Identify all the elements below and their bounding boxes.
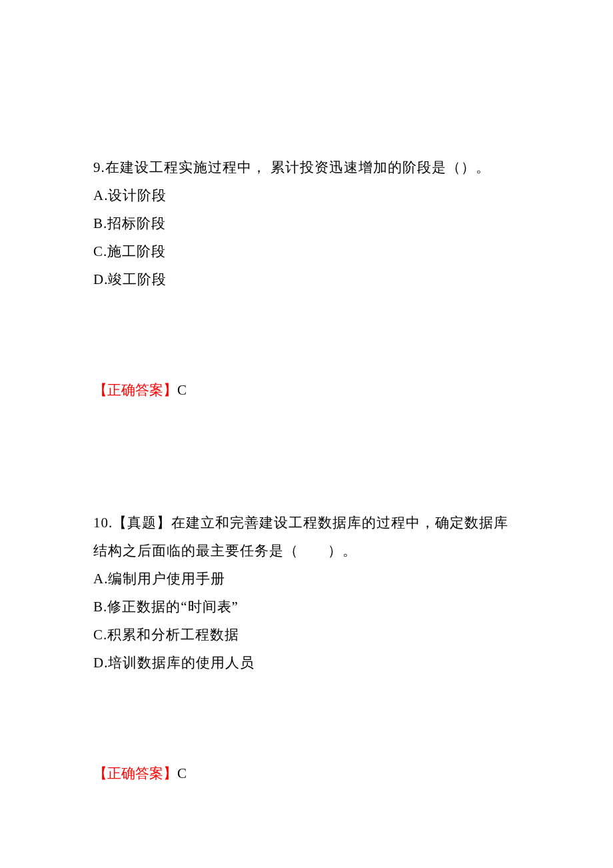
option-a: A.编制用户使用手册 — [93, 565, 520, 593]
answer-line: 【正确答案】C — [93, 376, 520, 404]
option-b: B.修正数据的“时间表” — [93, 593, 520, 621]
option-b: B.招标阶段 — [93, 209, 520, 237]
answer-label: 【正确答案】 — [93, 382, 177, 398]
question-number: 10. — [93, 515, 113, 531]
option-c: C.施工阶段 — [93, 237, 520, 265]
answer-value: C — [177, 382, 187, 398]
option-a: A.设计阶段 — [93, 181, 520, 209]
spacer — [93, 432, 520, 509]
option-d: D.培训数据库的使用人员 — [93, 649, 520, 677]
question-stem: 10.【真题】在建立和完善建设工程数据库的过程中，确定数据库结构之后面临的最主要… — [93, 509, 520, 565]
question-text: 【真题】在建立和完善建设工程数据库的过程中，确定数据库结构之后面临的最主要任务是… — [93, 515, 508, 559]
question-block-10: 10.【真题】在建立和完善建设工程数据库的过程中，确定数据库结构之后面临的最主要… — [93, 509, 520, 787]
spacer — [93, 293, 520, 371]
question-text: 在建设工程实施过程中， 累计投资迅速增加的阶段是（）。 — [105, 159, 490, 175]
option-d: D.竣工阶段 — [93, 265, 520, 293]
document-page: 9.在建设工程实施过程中， 累计投资迅速增加的阶段是（）。 A.设计阶段 B.招… — [0, 0, 613, 868]
answer-line: 【正确答案】C — [93, 759, 520, 787]
answer-value: C — [177, 765, 187, 781]
spacer — [93, 677, 520, 754]
question-number: 9. — [93, 159, 105, 175]
spacer — [93, 815, 520, 868]
question-block-9: 9.在建设工程实施过程中， 累计投资迅速增加的阶段是（）。 A.设计阶段 B.招… — [93, 153, 520, 404]
answer-label: 【正确答案】 — [93, 765, 177, 781]
option-c: C.积累和分析工程数据 — [93, 621, 520, 649]
question-stem: 9.在建设工程实施过程中， 累计投资迅速增加的阶段是（）。 — [93, 153, 520, 181]
